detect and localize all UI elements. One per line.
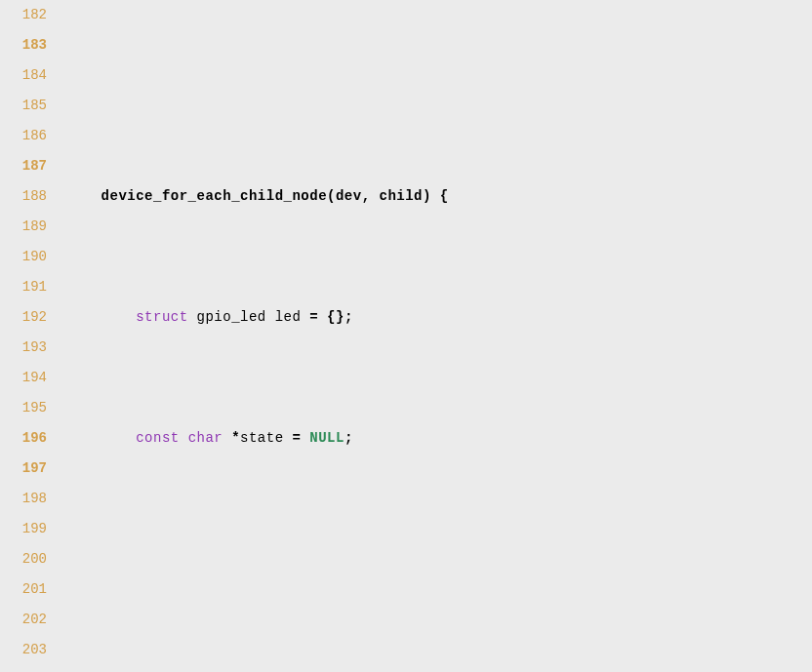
line-number: 185 — [0, 91, 47, 121]
keyword-null: NULL — [309, 430, 345, 446]
line-number: 184 — [0, 60, 47, 91]
code-line: led.gpiod = devm_get_gpiod_from_child(de… — [66, 665, 812, 672]
line-number: 183 — [0, 30, 47, 60]
line-number: 196 — [0, 423, 47, 454]
line-number: 191 — [0, 272, 47, 302]
function-name: device_for_each_child_node — [102, 188, 327, 204]
line-number: 192 — [0, 302, 47, 333]
line-number: 195 — [0, 393, 47, 423]
code-line: const char *state = NULL; — [66, 423, 812, 454]
line-number: 188 — [0, 181, 47, 212]
keyword-char: char — [188, 430, 223, 446]
code-line: struct gpio_led led = {}; — [66, 302, 812, 333]
line-number: 198 — [0, 484, 47, 514]
line-number: 182 — [0, 0, 47, 30]
line-number-gutter: 182 183 184 185 186 187 188 189 190 191 … — [0, 0, 66, 672]
line-number: 193 — [0, 333, 47, 363]
line-number: 187 — [0, 151, 47, 181]
line-number: 189 — [0, 212, 47, 242]
line-number: 200 — [0, 544, 47, 574]
code-line: device_for_each_child_node(dev, child) { — [66, 181, 812, 212]
code-line — [66, 544, 812, 574]
line-number: 201 — [0, 574, 47, 605]
code-viewer: 182 183 184 185 186 187 188 189 190 191 … — [0, 0, 812, 672]
line-number: 203 — [0, 635, 47, 665]
line-number: 194 — [0, 363, 47, 393]
line-number: 199 — [0, 514, 47, 544]
keyword-struct: struct — [136, 309, 187, 325]
code-line — [66, 60, 812, 91]
keyword-const: const — [136, 430, 180, 446]
line-number: 197 — [0, 454, 47, 484]
line-number: 190 — [0, 242, 47, 272]
line-number: 186 — [0, 121, 47, 151]
code-content: device_for_each_child_node(dev, child) {… — [66, 0, 812, 672]
line-number: 202 — [0, 605, 47, 635]
